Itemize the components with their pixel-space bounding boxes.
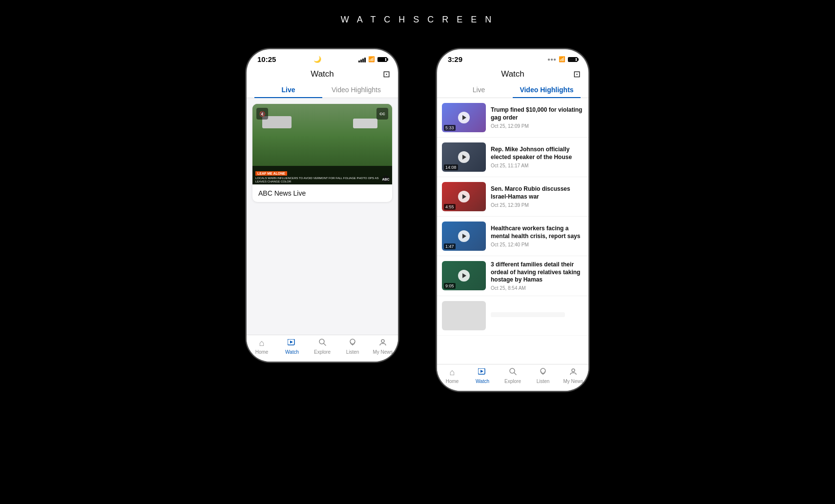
mute-button[interactable]: 🔇: [256, 108, 268, 120]
app-header-title-left: Watch: [311, 69, 334, 79]
nav-mynews-left[interactable]: My News: [368, 338, 398, 355]
video-thumbnail-health: 1:47: [442, 222, 486, 251]
status-bar-right: 3:29 ●●● 📶: [437, 49, 588, 66]
nav-mynews-right[interactable]: My News: [558, 367, 588, 384]
video-meta-rubio: Oct 25, 12:39 PM: [491, 202, 584, 208]
nav-home-left[interactable]: ⌂ Home: [247, 338, 277, 355]
tabs-left: Live Video Highlights: [247, 82, 398, 98]
home-icon-right: ⌂: [450, 367, 455, 378]
listen-icon-left: [349, 338, 356, 348]
battery-icon-left: [377, 57, 387, 62]
video-meta-johnson: Oct 25, 11:17 AM: [491, 163, 584, 168]
nav-watch-left[interactable]: Watch: [277, 338, 307, 355]
nav-listen-left[interactable]: Listen: [337, 338, 368, 355]
nav-listen-right[interactable]: Listen: [528, 367, 558, 384]
cast-icon-right[interactable]: ⊡: [573, 69, 581, 80]
app-header-title-right: Watch: [501, 69, 524, 79]
svg-point-6: [381, 340, 384, 343]
status-time-left: 10:25: [257, 55, 276, 63]
list-item[interactable]: 14:08 Rep. Mike Johnson officially elect…: [437, 138, 588, 177]
tabs-right: Live Video Highlights: [437, 82, 588, 98]
explore-icon-right: [509, 367, 517, 378]
video-info-partial: [491, 312, 584, 319]
tab-highlights-right[interactable]: Video Highlights: [513, 82, 581, 98]
list-item[interactable]: 4:55 Sen. Marco Rubio discusses Israel-H…: [437, 177, 588, 217]
list-item[interactable]: 5:33 Trump fined $10,000 for violating g…: [437, 98, 588, 138]
phone-right: 3:29 ●●● 📶 Watch ⊡: [437, 49, 588, 391]
play-triangle: [462, 194, 466, 199]
status-icons-left: 📶: [358, 56, 387, 62]
bottom-nav-right: ⌂ Home Watch Explore: [437, 364, 588, 391]
video-thumbnail-partial: [442, 301, 486, 330]
phone-right-inner: 3:29 ●●● 📶 Watch ⊡: [437, 49, 588, 391]
video-thumbnail-johnson: 14:08: [442, 142, 486, 172]
video-meta-trump: Oct 25, 12:09 PM: [491, 123, 584, 129]
nav-explore-label-left: Explore: [314, 349, 331, 355]
tab-live-right[interactable]: Live: [445, 82, 513, 98]
video-thumbnail-trump: 5:33: [442, 103, 486, 132]
cast-icon-left[interactable]: ⊡: [383, 69, 390, 80]
video-title-johnson: Rep. Mike Johnson officially elected spe…: [491, 146, 584, 161]
content-area-right: 5:33 Trump fined $10,000 for violating g…: [437, 98, 588, 364]
svg-line-10: [514, 373, 516, 375]
video-title-partial: [491, 312, 565, 317]
live-label: ABC News Live: [252, 184, 392, 202]
nav-explore-left[interactable]: Explore: [307, 338, 337, 355]
nav-mynews-label-right: My News: [563, 379, 583, 384]
list-item-partial[interactable]: [437, 296, 588, 336]
video-info-hostage: 3 different families detail their ordeal…: [491, 261, 584, 291]
video-duration-johnson: 14:08: [444, 164, 458, 170]
listen-icon-right: [539, 367, 547, 378]
page-title: W A T C H S C R E E N: [341, 15, 494, 25]
bottom-nav-left: ⌂ Home Watch Explore: [247, 335, 398, 362]
video-info-health: Healthcare workers facing a mental healt…: [491, 225, 584, 247]
play-triangle: [462, 234, 466, 239]
signal-bars-left: [358, 57, 366, 62]
wifi-icon-left: 📶: [368, 56, 375, 62]
video-duration-trump: 5:33: [444, 125, 456, 131]
nav-home-label-left: Home: [255, 349, 269, 355]
video-info-rubio: Sen. Marco Rubio discusses Israel-Hamas …: [491, 185, 584, 207]
play-button-johnson[interactable]: [458, 151, 470, 163]
battery-icon-right: [568, 57, 578, 62]
content-area-left: 🔇 CC LEAF ME ALONE LOCALS WARN INFLUENCE…: [247, 98, 398, 335]
tab-highlights-left[interactable]: Video Highlights: [322, 82, 390, 98]
video-title-trump: Trump fined $10,000 for violating gag or…: [491, 106, 584, 121]
nav-explore-right[interactable]: Explore: [498, 367, 528, 384]
live-video-card: 🔇 CC LEAF ME ALONE LOCALS WARN INFLUENCE…: [252, 104, 392, 202]
app-header-left: Watch ⊡: [247, 66, 398, 82]
nav-watch-right[interactable]: Watch: [467, 367, 498, 384]
video-duration-health: 1:47: [444, 243, 456, 249]
nav-home-right[interactable]: ⌂ Home: [437, 367, 467, 384]
phone-left-inner: 10:25 🌙 📶: [247, 49, 398, 362]
tab-live-left[interactable]: Live: [254, 82, 322, 98]
status-bar-left: 10:25 🌙 📶: [247, 49, 398, 66]
status-time-right: 3:29: [448, 55, 462, 63]
play-button-rubio[interactable]: [458, 191, 470, 202]
watch-icon-right: [478, 367, 487, 378]
cc-button[interactable]: CC: [376, 108, 388, 120]
page-wrapper: W A T C H S C R E E N 10:25 🌙: [0, 0, 835, 504]
video-info-johnson: Rep. Mike Johnson officially elected spe…: [491, 146, 584, 168]
watch-icon-left: [288, 338, 296, 348]
play-button-health[interactable]: [458, 230, 470, 242]
play-triangle: [462, 273, 466, 278]
play-button-trump[interactable]: [458, 112, 470, 123]
svg-line-3: [324, 343, 326, 345]
home-icon-left: ⌂: [259, 338, 265, 348]
video-title-health: Healthcare workers facing a mental healt…: [491, 225, 584, 240]
video-info-trump: Trump fined $10,000 for violating gag or…: [491, 106, 584, 128]
nav-explore-label-right: Explore: [504, 379, 521, 384]
headline-sub: LOCALS WARN INFLUENCERS TO AVOID VERMONT…: [255, 177, 389, 183]
video-title-hostage: 3 different families detail their ordeal…: [491, 261, 584, 284]
play-button-hostage[interactable]: [458, 270, 470, 282]
live-video-thumbnail[interactable]: 🔇 CC LEAF ME ALONE LOCALS WARN INFLUENCE…: [252, 104, 392, 184]
list-item[interactable]: 9:05 3 different families detail their o…: [437, 256, 588, 296]
video-duration-rubio: 4:55: [444, 204, 456, 210]
video-meta-health: Oct 25, 12:40 PM: [491, 242, 584, 247]
status-icons-right: ●●● 📶: [547, 56, 578, 62]
play-triangle: [462, 115, 466, 120]
mynews-icon-right: [569, 367, 577, 378]
wifi-icon-right: 📶: [559, 56, 565, 62]
list-item[interactable]: 1:47 Healthcare workers facing a mental …: [437, 217, 588, 256]
